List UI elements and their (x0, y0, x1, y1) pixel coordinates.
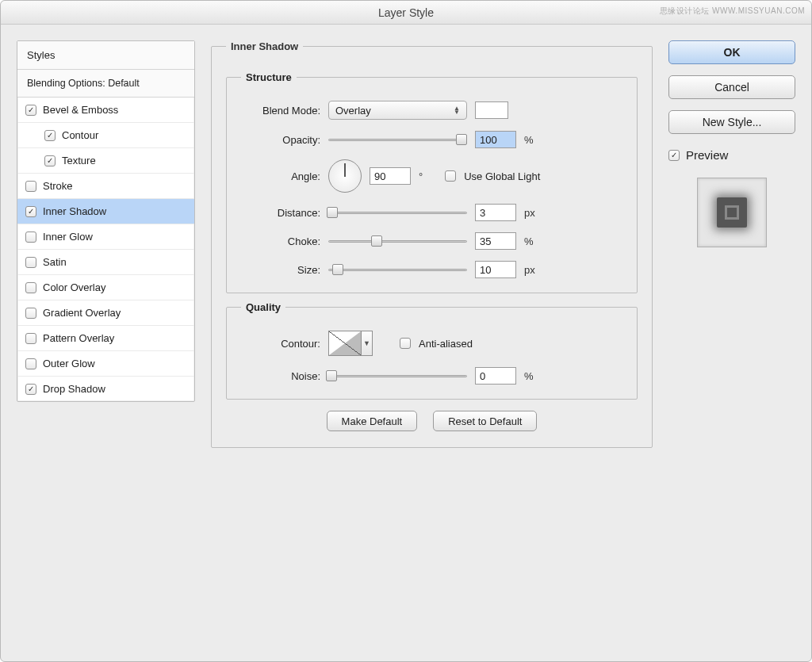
quality-group: Quality Contour: ▼ Anti-aliased Noise: (226, 301, 638, 400)
shadow-color-swatch[interactable] (475, 101, 508, 119)
sidebar-item-label: Stroke (43, 180, 73, 192)
preview-checkbox[interactable] (668, 150, 680, 161)
opacity-label: Opacity: (241, 134, 320, 146)
structure-legend: Structure (241, 71, 297, 83)
size-label: Size: (241, 264, 320, 276)
opacity-unit: % (524, 134, 534, 146)
sidebar-item-label: Inner Shadow (43, 205, 106, 217)
quality-legend: Quality (241, 301, 285, 313)
sidebar-header[interactable]: Styles (17, 41, 194, 70)
panel-title: Inner Shadow (226, 40, 303, 52)
sidebar-item-label: Outer Glow (43, 358, 95, 369)
sidebar-item-label: Texture (62, 155, 96, 166)
sidebar-item-checkbox[interactable] (25, 206, 36, 217)
use-global-light-label: Use Global Light (464, 170, 540, 182)
inner-shadow-panel: Inner Shadow Structure Blend Mode: Overl… (211, 40, 653, 448)
watermark-text: 思缘设计论坛 WWW.MISSYUAN.COM (660, 6, 805, 17)
contour-dropdown-icon[interactable]: ▼ (362, 331, 373, 356)
preview-thumbnail (697, 178, 767, 247)
dialog-buttons: OK Cancel New Style... Preview (668, 40, 795, 645)
choke-input[interactable]: 35 (475, 232, 516, 250)
distance-label: Distance: (241, 207, 320, 219)
size-input[interactable]: 10 (475, 261, 516, 278)
anti-aliased-label: Anti-aliased (419, 338, 473, 350)
noise-label: Noise: (241, 370, 320, 382)
anti-aliased-checkbox[interactable] (400, 338, 411, 349)
contour-label: Contour: (241, 338, 320, 350)
sidebar-item-inner-glow[interactable]: Inner Glow (17, 224, 194, 250)
distance-unit: px (524, 207, 535, 219)
angle-unit: ° (419, 170, 423, 182)
opacity-input[interactable]: 100 (475, 131, 516, 148)
sidebar-item-drop-shadow[interactable]: Drop Shadow (17, 377, 194, 401)
size-slider[interactable] (328, 264, 467, 275)
noise-unit: % (524, 370, 534, 382)
sidebar-item-color-overlay[interactable]: Color Overlay (17, 275, 194, 300)
sidebar-item-pattern-overlay[interactable]: Pattern Overlay (17, 326, 194, 351)
sidebar-item-checkbox[interactable] (25, 384, 36, 395)
sidebar-item-texture[interactable]: Texture (17, 148, 194, 174)
sidebar-item-checkbox[interactable] (25, 358, 36, 369)
sidebar-item-checkbox[interactable] (25, 257, 36, 268)
choke-unit: % (524, 235, 534, 247)
size-unit: px (524, 264, 535, 276)
sidebar-item-bevel-emboss[interactable]: Bevel & Emboss (17, 98, 194, 123)
layer-style-dialog: Layer Style 思缘设计论坛 WWW.MISSYUAN.COM Styl… (0, 0, 812, 662)
make-default-button[interactable]: Make Default (327, 411, 418, 431)
blend-mode-label: Blend Mode: (241, 105, 320, 117)
sidebar-item-checkbox[interactable] (25, 181, 36, 192)
preview-label: Preview (686, 148, 728, 162)
main-panel: Inner Shadow Structure Blend Mode: Overl… (211, 40, 653, 645)
sidebar-item-outer-glow[interactable]: Outer Glow (17, 351, 194, 377)
angle-label: Angle: (241, 170, 320, 182)
sidebar-item-checkbox[interactable] (25, 232, 36, 243)
contour-picker[interactable] (328, 331, 362, 356)
structure-group: Structure Blend Mode: Overlay ▲▼ Opacity… (226, 71, 638, 293)
choke-slider[interactable] (328, 235, 467, 247)
sidebar-item-label: Inner Glow (43, 231, 93, 243)
dropdown-arrows-icon: ▲▼ (454, 106, 460, 114)
sidebar-item-checkbox[interactable] (44, 155, 56, 166)
distance-input[interactable]: 3 (475, 204, 516, 221)
sidebar-item-stroke[interactable]: Stroke (17, 174, 194, 199)
sidebar-item-checkbox[interactable] (44, 130, 56, 141)
opacity-slider[interactable] (328, 134, 467, 145)
sidebar-item-label: Contour (62, 129, 98, 141)
sidebar-item-label: Color Overlay (43, 281, 105, 293)
sidebar-item-label: Gradient Overlay (43, 307, 121, 319)
sidebar-item-label: Satin (43, 256, 67, 268)
sidebar-blending-options[interactable]: Blending Options: Default (17, 70, 194, 98)
sidebar-item-checkbox[interactable] (25, 308, 36, 319)
sidebar-item-contour[interactable]: Contour (17, 123, 194, 148)
sidebar-item-satin[interactable]: Satin (17, 250, 194, 275)
distance-slider[interactable] (328, 207, 467, 218)
choke-label: Choke: (241, 235, 320, 247)
blend-mode-dropdown[interactable]: Overlay ▲▼ (328, 101, 467, 120)
cancel-button[interactable]: Cancel (668, 75, 795, 99)
new-style-button[interactable]: New Style... (668, 110, 795, 134)
reset-default-button[interactable]: Reset to Default (433, 411, 537, 431)
use-global-light-checkbox[interactable] (445, 170, 456, 182)
sidebar-item-checkbox[interactable] (25, 333, 36, 344)
sidebar-item-label: Bevel & Emboss (43, 104, 118, 116)
ok-button[interactable]: OK (668, 40, 795, 64)
noise-input[interactable]: 0 (475, 367, 516, 385)
sidebar-item-label: Drop Shadow (43, 383, 105, 395)
blend-mode-value: Overlay (335, 105, 371, 117)
sidebar-item-checkbox[interactable] (25, 105, 36, 116)
sidebar-item-label: Pattern Overlay (43, 332, 114, 344)
angle-input[interactable]: 90 (370, 167, 411, 185)
sidebar-item-inner-shadow[interactable]: Inner Shadow (17, 199, 194, 224)
sidebar-item-checkbox[interactable] (25, 282, 36, 293)
noise-slider[interactable] (328, 370, 467, 381)
sidebar-item-gradient-overlay[interactable]: Gradient Overlay (17, 300, 194, 326)
angle-dial[interactable] (328, 159, 362, 193)
styles-sidebar: Styles Blending Options: Default Bevel &… (17, 40, 195, 402)
